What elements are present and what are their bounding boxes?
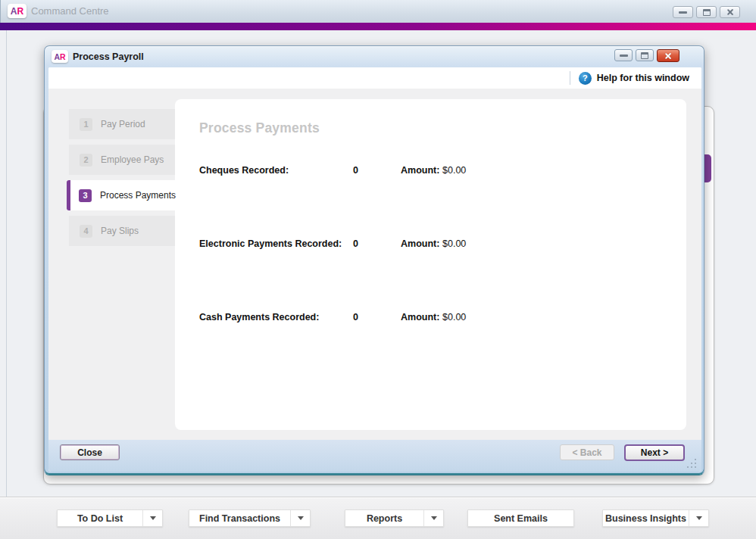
payment-row-electronic: Electronic Payments Recorded: 0 Amount: … (175, 238, 686, 252)
dialog-footer: Close < Back Next > (48, 440, 701, 472)
dialog-maximize-button[interactable] (636, 49, 654, 61)
bottom-toolbar: To Do List Find Transactions Reports Sen… (0, 497, 756, 539)
payment-row-cash: Cash Payments Recorded: 0 Amount: $0.00 (175, 312, 686, 326)
close-icon (664, 52, 672, 60)
help-icon[interactable]: ? (579, 72, 592, 85)
window-frame-edge (6, 30, 7, 497)
resize-grip[interactable] (687, 459, 696, 468)
button-label[interactable]: Sent Emails (468, 510, 573, 526)
wizard-content-area: 1 Pay Period 2 Employee Pays 3 Process P… (48, 89, 701, 440)
step-label: Employee Pays (101, 154, 164, 165)
dialog-controls (614, 49, 679, 62)
step-pay-period[interactable]: 1 Pay Period (69, 109, 175, 139)
row-count: 0 (353, 238, 358, 249)
help-label[interactable]: Help for this window (597, 73, 689, 83)
minimize-icon (679, 11, 687, 14)
maximize-icon (641, 52, 648, 59)
step-label: Pay Period (101, 119, 145, 129)
step-number-badge: 1 (80, 118, 92, 131)
amount-value: $0.00 (442, 165, 466, 176)
help-separator (570, 71, 570, 85)
maximize-button[interactable] (696, 6, 717, 18)
dialog-title: Process Payroll (73, 51, 144, 62)
sent-emails-button[interactable]: Sent Emails (467, 509, 574, 527)
business-insights-button[interactable]: Business Insights (602, 509, 709, 527)
outer-window-titlebar: AR Command Centre (0, 0, 756, 23)
step-process-payments[interactable]: 3 Process Payments (67, 180, 181, 210)
back-button: < Back (560, 444, 614, 460)
row-count: 0 (353, 165, 358, 176)
close-icon (726, 8, 734, 16)
dialog-logo-r: R (60, 52, 66, 61)
step-pay-slips[interactable]: 4 Pay Slips (69, 216, 175, 246)
business-insights-dropdown[interactable] (689, 510, 708, 526)
reports-button[interactable]: Reports (345, 509, 444, 527)
dialog-body: ? Help for this window 1 Pay Period 2 Em… (48, 67, 701, 472)
chevron-down-icon (431, 516, 437, 520)
find-transactions-button[interactable]: Find Transactions (189, 509, 311, 527)
close-button[interactable] (720, 6, 740, 18)
step-number-badge: 3 (79, 189, 92, 202)
amount-label: Amount: (401, 312, 439, 322)
amount-value: $0.00 (442, 238, 466, 249)
outer-window-title: Command Centre (31, 5, 109, 17)
close-dialog-button[interactable]: Close (60, 444, 120, 460)
amount-label: Amount: (401, 165, 439, 176)
dialog-titlebar: AR Process Payroll (45, 46, 704, 67)
payment-row-cheques: Cheques Recorded: 0 Amount: $0.00 (175, 165, 686, 179)
app-logo-r: R (17, 6, 24, 17)
row-count: 0 (353, 312, 358, 322)
step-employee-pays[interactable]: 2 Employee Pays (69, 145, 175, 175)
to-do-list-button[interactable]: To Do List (57, 509, 163, 527)
row-label: Cheques Recorded: (199, 165, 289, 176)
next-button[interactable]: Next > (624, 444, 685, 461)
step-number-badge: 4 (80, 225, 92, 238)
dialog-minimize-button[interactable] (614, 49, 633, 61)
maximize-icon (703, 9, 711, 16)
find-transactions-dropdown[interactable] (290, 510, 310, 526)
dialog-close-button[interactable] (657, 49, 679, 62)
step-number-badge: 2 (80, 154, 92, 167)
to-do-list-dropdown[interactable] (142, 510, 162, 526)
process-payroll-dialog: AR Process Payroll ? Help for this windo… (44, 45, 704, 475)
process-payments-panel: Process Payments Cheques Recorded: 0 Amo… (175, 99, 686, 430)
app-logo: AR (8, 4, 27, 18)
reports-dropdown[interactable] (423, 510, 443, 526)
outer-window-controls (673, 6, 740, 18)
chevron-down-icon (150, 516, 156, 520)
button-label[interactable]: Business Insights (603, 510, 689, 526)
button-label[interactable]: Reports (345, 510, 423, 526)
chevron-down-icon (298, 516, 304, 520)
amount-value: $0.00 (442, 312, 466, 322)
amount-label: Amount: (401, 238, 439, 249)
button-label[interactable]: Find Transactions (189, 510, 290, 526)
chevron-down-icon (696, 516, 702, 520)
app-logo-a: A (11, 6, 17, 17)
row-label: Electronic Payments Recorded: (199, 238, 342, 249)
screen: AR Command Centre AR Process Payroll (0, 0, 756, 539)
dialog-logo-a: A (54, 52, 60, 61)
brand-gradient-stripe (0, 23, 756, 30)
button-label[interactable]: To Do List (58, 510, 142, 526)
page-title: Process Payments (199, 120, 320, 136)
minimize-button[interactable] (673, 6, 693, 18)
step-label: Process Payments (100, 190, 176, 201)
help-for-this-window-link[interactable]: ? Help for this window (48, 67, 701, 89)
dialog-logo: AR (52, 50, 68, 63)
step-label: Pay Slips (101, 226, 139, 236)
row-label: Cash Payments Recorded: (199, 312, 319, 322)
minimize-icon (620, 55, 628, 57)
